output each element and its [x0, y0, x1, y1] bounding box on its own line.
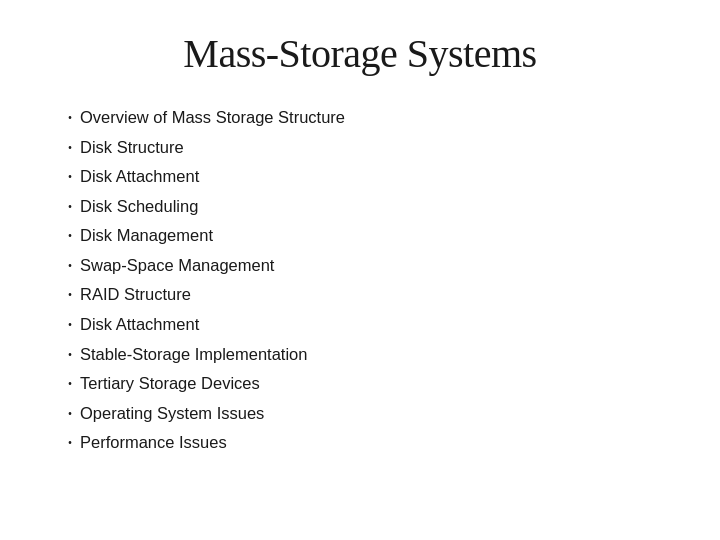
- bullet-text: Performance Issues: [80, 430, 660, 456]
- bullet-item: •RAID Structure: [60, 282, 660, 308]
- bullet-item: •Disk Structure: [60, 135, 660, 161]
- bullet-text: Operating System Issues: [80, 401, 660, 427]
- bullet-dot-icon: •: [60, 223, 80, 244]
- bullet-text: Disk Management: [80, 223, 660, 249]
- bullet-dot-icon: •: [60, 371, 80, 392]
- bullet-dot-icon: •: [60, 164, 80, 185]
- bullet-text: Disk Attachment: [80, 312, 660, 338]
- bullet-dot-icon: •: [60, 430, 80, 451]
- bullet-item: •Disk Attachment: [60, 164, 660, 190]
- bullet-dot-icon: •: [60, 105, 80, 126]
- bullet-item: •Operating System Issues: [60, 401, 660, 427]
- bullet-dot-icon: •: [60, 282, 80, 303]
- bullet-dot-icon: •: [60, 135, 80, 156]
- bullet-dot-icon: •: [60, 253, 80, 274]
- bullet-text: Disk Structure: [80, 135, 660, 161]
- slide-title: Mass-Storage Systems: [60, 30, 660, 77]
- bullet-item: •Overview of Mass Storage Structure: [60, 105, 660, 131]
- bullet-text: Overview of Mass Storage Structure: [80, 105, 660, 131]
- bullet-text: Disk Scheduling: [80, 194, 660, 220]
- bullet-text: Tertiary Storage Devices: [80, 371, 660, 397]
- bullet-text: Stable-Storage Implementation: [80, 342, 660, 368]
- bullet-item: •Disk Attachment: [60, 312, 660, 338]
- bullet-item: •Performance Issues: [60, 430, 660, 456]
- slide: Mass-Storage Systems •Overview of Mass S…: [0, 0, 720, 540]
- bullet-dot-icon: •: [60, 194, 80, 215]
- bullet-item: •Disk Management: [60, 223, 660, 249]
- bullet-text: RAID Structure: [80, 282, 660, 308]
- bullet-item: •Swap-Space Management: [60, 253, 660, 279]
- bullet-dot-icon: •: [60, 401, 80, 422]
- bullet-dot-icon: •: [60, 312, 80, 333]
- bullet-item: •Disk Scheduling: [60, 194, 660, 220]
- bullet-dot-icon: •: [60, 342, 80, 363]
- bullet-list: •Overview of Mass Storage Structure•Disk…: [60, 105, 660, 456]
- bullet-text: Disk Attachment: [80, 164, 660, 190]
- bullet-item: •Stable-Storage Implementation: [60, 342, 660, 368]
- bullet-text: Swap-Space Management: [80, 253, 660, 279]
- bullet-item: •Tertiary Storage Devices: [60, 371, 660, 397]
